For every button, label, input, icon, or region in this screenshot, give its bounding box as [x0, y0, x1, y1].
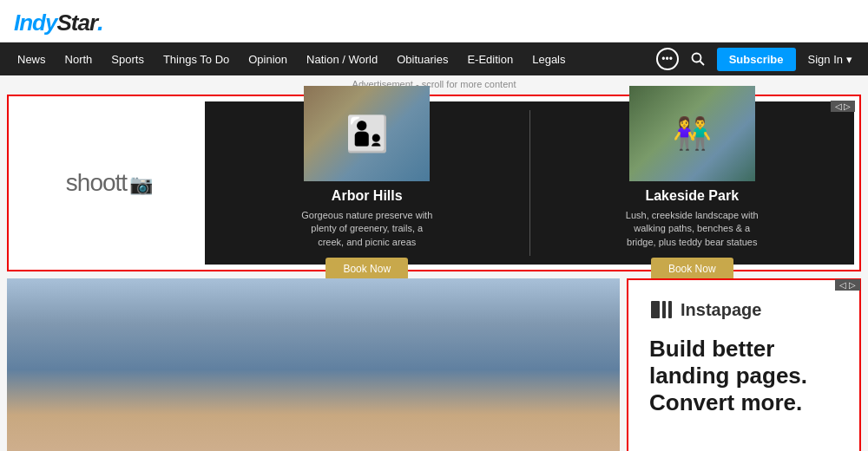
svg-rect-5 [99, 362, 467, 451]
lakeside-park-book-button[interactable]: Book Now [651, 258, 733, 280]
search-icon[interactable] [684, 42, 712, 75]
nav-item-opinion[interactable]: Opinion [240, 42, 296, 75]
instapage-logo-row: Instapage [649, 297, 838, 322]
lakeside-park-desc: Lush, creekside landscape with walking p… [622, 209, 761, 249]
instapage-name: Instapage [681, 300, 761, 320]
side-ad-prev-icon[interactable]: ◁ [839, 280, 846, 290]
instapage-tagline: Build better landing pages. Convert more… [649, 336, 838, 417]
logo-dot: . [97, 9, 104, 36]
shoott-logo[interactable]: shoott📷 [66, 169, 153, 197]
header: IndyStar. [0, 0, 868, 42]
ad-prev-icon[interactable]: ◁ [835, 101, 842, 111]
arbor-hills-image [304, 86, 430, 181]
svg-point-12 [339, 435, 395, 451]
ad-lakeside-park-section: Lakeside Park Lush, creekside landscape … [530, 101, 855, 265]
svg-point-11 [179, 435, 234, 451]
main-ad-banner: shoott📷 Arbor Hills Gorgeous nature pres… [7, 95, 861, 271]
svg-point-3 [83, 278, 482, 451]
nav-item-obituaries[interactable]: Obituaries [388, 42, 457, 75]
nav-item-news[interactable]: News [9, 42, 55, 75]
ad-banner-inner: shoott📷 Arbor Hills Gorgeous nature pres… [14, 101, 854, 265]
nav-item-things-to-do[interactable]: Things To Do [155, 42, 238, 75]
logo-star: Star [56, 10, 97, 36]
arbor-hills-desc: Gorgeous nature preserve with plenty of … [298, 209, 437, 249]
nav-item-legals[interactable]: Legals [523, 42, 574, 75]
subscribe-button[interactable]: Subscribe [717, 48, 796, 71]
hero-image [7, 278, 620, 451]
svg-point-13 [197, 441, 215, 451]
nav-item-north[interactable]: North [56, 42, 102, 75]
main-content: ◁ ▷ Instapage Build better landing pages… [0, 278, 868, 451]
signin-button[interactable]: Sign In ▾ [801, 53, 859, 66]
ad-next-icon[interactable]: ▷ [844, 101, 851, 111]
svg-rect-17 [651, 301, 660, 318]
nav-item-sports[interactable]: Sports [102, 42, 153, 75]
svg-rect-19 [668, 301, 672, 318]
arbor-hills-title: Arbor Hills [332, 188, 403, 204]
side-ad-instapage: ◁ ▷ Instapage Build better landing pages… [627, 278, 861, 451]
lakeside-park-title: Lakeside Park [645, 188, 739, 204]
nav-item-nation-world[interactable]: Nation / World [298, 42, 386, 75]
ad-shoott-section: shoott📷 [14, 101, 205, 265]
more-icon[interactable]: ••• [656, 48, 679, 70]
svg-rect-6 [145, 431, 267, 451]
ad-control-badge: ◁ ▷ [831, 101, 855, 112]
svg-point-0 [692, 54, 700, 62]
svg-point-4 [76, 278, 490, 451]
chevron-down-icon: ▾ [846, 53, 852, 66]
main-nav: News North Sports Things To Do Opinion N… [0, 42, 868, 75]
logo[interactable]: IndyStar. [14, 9, 854, 36]
ad-arbor-hills-section: Arbor Hills Gorgeous nature preserve wit… [205, 101, 529, 265]
nav-item-e-edition[interactable]: E-Edition [458, 42, 522, 75]
svg-rect-18 [662, 301, 666, 318]
arbor-hills-book-button[interactable]: Book Now [326, 258, 408, 280]
svg-line-10 [428, 441, 482, 451]
side-ad-badge: ◁ ▷ [835, 279, 860, 291]
svg-point-14 [358, 441, 376, 451]
instapage-icon [649, 297, 674, 322]
svg-line-1 [700, 62, 704, 66]
lakeside-park-image [629, 86, 755, 181]
svg-line-9 [91, 441, 145, 451]
svg-rect-2 [7, 278, 620, 451]
person-photo [7, 278, 620, 451]
side-ad-next-icon[interactable]: ▷ [849, 280, 856, 290]
svg-rect-7 [306, 431, 428, 451]
logo-indy: Indy [14, 10, 56, 36]
